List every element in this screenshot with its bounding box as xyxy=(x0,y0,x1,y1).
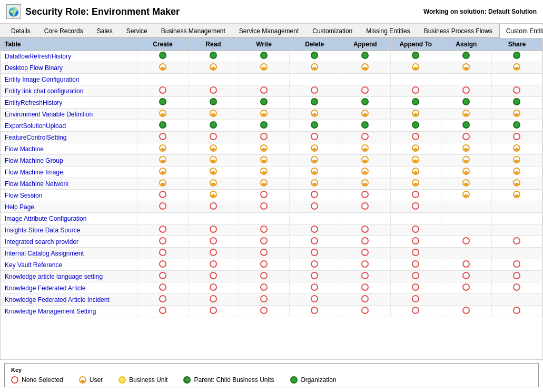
none-selected-icon[interactable] xyxy=(412,237,419,244)
none-selected-icon[interactable] xyxy=(361,226,369,233)
cell-assign[interactable] xyxy=(441,259,491,271)
cell-write[interactable] xyxy=(239,306,289,317)
org-perm-icon[interactable] xyxy=(412,98,419,105)
none-selected-icon[interactable] xyxy=(210,272,217,279)
org-perm-icon[interactable] xyxy=(159,98,166,105)
none-selected-icon[interactable] xyxy=(210,86,217,94)
none-selected-icon[interactable] xyxy=(210,260,217,268)
none-selected-icon[interactable] xyxy=(412,283,419,291)
cell-assign[interactable] xyxy=(441,271,491,282)
cell-assign[interactable] xyxy=(441,109,491,120)
none-selected-icon[interactable] xyxy=(260,237,268,244)
user-perm-icon[interactable] xyxy=(210,63,217,71)
none-selected-icon[interactable] xyxy=(361,272,369,279)
cell-write[interactable] xyxy=(239,74,289,85)
org-perm-icon[interactable] xyxy=(260,52,268,59)
cell-read[interactable] xyxy=(188,178,239,190)
cell-create[interactable] xyxy=(137,201,188,213)
user-perm-icon[interactable] xyxy=(260,144,268,152)
cell-write[interactable] xyxy=(239,294,289,306)
cell-write[interactable] xyxy=(239,51,289,62)
cell-share[interactable] xyxy=(491,97,542,109)
cell-appendTo[interactable] xyxy=(390,51,441,62)
none-selected-icon[interactable] xyxy=(260,295,268,302)
org-perm-icon[interactable] xyxy=(361,98,369,105)
none-selected-icon[interactable] xyxy=(260,202,268,210)
user-perm-icon[interactable] xyxy=(462,179,470,187)
org-perm-icon[interactable] xyxy=(311,52,318,59)
permissions-table-container[interactable]: Table Create Read Write Delete Append Ap… xyxy=(0,38,543,360)
none-selected-icon[interactable] xyxy=(159,133,166,140)
cell-share[interactable] xyxy=(491,236,542,248)
tab-core-records[interactable]: Core Records xyxy=(37,24,90,38)
cell-append[interactable] xyxy=(340,155,390,166)
tab-service[interactable]: Service xyxy=(120,24,154,38)
cell-create[interactable] xyxy=(137,62,188,74)
cell-read[interactable] xyxy=(188,97,239,109)
cell-assign[interactable] xyxy=(441,51,491,62)
none-selected-icon[interactable] xyxy=(412,307,419,314)
cell-appendTo[interactable] xyxy=(390,271,441,282)
cell-share[interactable] xyxy=(491,213,542,224)
cell-write[interactable] xyxy=(239,190,289,201)
none-selected-icon[interactable] xyxy=(462,133,470,140)
cell-delete[interactable] xyxy=(289,74,340,85)
cell-create[interactable] xyxy=(137,282,188,294)
cell-write[interactable] xyxy=(239,109,289,120)
cell-assign[interactable] xyxy=(441,132,491,143)
cell-append[interactable] xyxy=(340,74,390,85)
cell-delete[interactable] xyxy=(289,190,340,201)
cell-append[interactable] xyxy=(340,306,390,317)
cell-write[interactable] xyxy=(239,166,289,178)
cell-append[interactable] xyxy=(340,271,390,282)
none-selected-icon[interactable] xyxy=(159,226,166,233)
org-perm-icon[interactable] xyxy=(159,52,166,59)
none-selected-icon[interactable] xyxy=(260,226,268,233)
cell-create[interactable] xyxy=(137,74,188,85)
none-selected-icon[interactable] xyxy=(159,283,166,291)
user-perm-icon[interactable] xyxy=(159,156,166,163)
cell-delete[interactable] xyxy=(289,213,340,224)
none-selected-icon[interactable] xyxy=(513,260,520,268)
user-perm-icon[interactable] xyxy=(513,144,520,152)
cell-write[interactable] xyxy=(239,120,289,132)
cell-assign[interactable] xyxy=(441,306,491,317)
tab-business-management[interactable]: Business Management xyxy=(154,24,232,38)
user-perm-icon[interactable] xyxy=(311,110,318,117)
cell-appendTo[interactable] xyxy=(390,201,441,213)
cell-appendTo[interactable] xyxy=(390,224,441,236)
none-selected-icon[interactable] xyxy=(210,237,217,244)
org-perm-icon[interactable] xyxy=(260,98,268,105)
user-perm-icon[interactable] xyxy=(462,144,470,152)
none-selected-icon[interactable] xyxy=(462,237,470,244)
cell-appendTo[interactable] xyxy=(390,62,441,74)
none-selected-icon[interactable] xyxy=(311,249,318,256)
cell-assign[interactable] xyxy=(441,282,491,294)
none-selected-icon[interactable] xyxy=(260,260,268,268)
none-selected-icon[interactable] xyxy=(412,133,419,140)
cell-appendTo[interactable] xyxy=(390,74,441,85)
cell-delete[interactable] xyxy=(289,271,340,282)
none-selected-icon[interactable] xyxy=(513,307,520,314)
none-selected-icon[interactable] xyxy=(260,307,268,314)
cell-create[interactable] xyxy=(137,248,188,259)
tab-custom-entities[interactable]: Custom Entities xyxy=(499,24,543,38)
cell-write[interactable] xyxy=(239,224,289,236)
cell-write[interactable] xyxy=(239,201,289,213)
none-selected-icon[interactable] xyxy=(412,202,419,210)
cell-write[interactable] xyxy=(239,62,289,74)
cell-share[interactable] xyxy=(491,132,542,143)
none-selected-icon[interactable] xyxy=(361,283,369,291)
cell-read[interactable] xyxy=(188,51,239,62)
cell-write[interactable] xyxy=(239,248,289,259)
cell-appendTo[interactable] xyxy=(390,155,441,166)
user-perm-icon[interactable] xyxy=(311,179,318,187)
cell-delete[interactable] xyxy=(289,282,340,294)
none-selected-icon[interactable] xyxy=(260,133,268,140)
org-perm-icon[interactable] xyxy=(210,121,217,129)
cell-appendTo[interactable] xyxy=(390,143,441,155)
cell-appendTo[interactable] xyxy=(390,236,441,248)
cell-append[interactable] xyxy=(340,224,390,236)
user-perm-icon[interactable] xyxy=(361,110,369,117)
cell-assign[interactable] xyxy=(441,74,491,85)
